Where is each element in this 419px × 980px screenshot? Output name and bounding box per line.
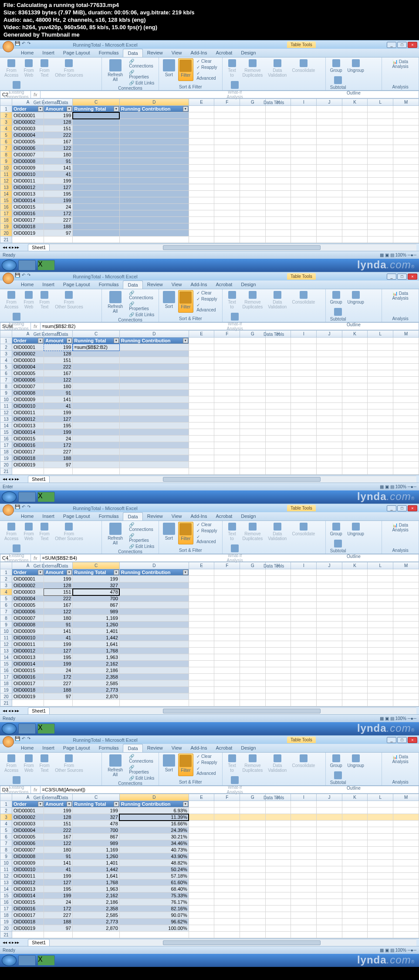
- sheet-tab[interactable]: Sheet1: [28, 244, 50, 251]
- col-header[interactable]: D: [119, 99, 189, 106]
- cell[interactable]: =sum($B$2:B2): [73, 344, 120, 351]
- tab-design[interactable]: Design: [237, 49, 260, 57]
- tab-formulas[interactable]: Formulas: [95, 512, 123, 520]
- minimize-button[interactable]: _: [387, 505, 396, 511]
- tab-page-layout[interactable]: Page Layout: [59, 744, 95, 752]
- maximize-button[interactable]: □: [397, 274, 407, 280]
- cell[interactable]: 2,870: [73, 693, 120, 700]
- cell[interactable]: [73, 409, 120, 416]
- tab-acrobat[interactable]: Acrobat: [211, 744, 237, 752]
- cell[interactable]: [119, 178, 189, 184]
- col-header[interactable]: M: [393, 794, 419, 801]
- ribbon-btn[interactable]: RemoveDuplicates: [241, 290, 265, 310]
- col-header[interactable]: M: [393, 99, 419, 106]
- cell[interactable]: 57.18%: [119, 873, 189, 879]
- tab-data[interactable]: Data: [123, 280, 142, 289]
- ribbon-btn[interactable]: Subtotal: [328, 307, 348, 322]
- cell[interactable]: 127: [44, 184, 73, 191]
- taskbar-app[interactable]: [18, 955, 36, 966]
- ribbon-btn[interactable]: Textto: [225, 290, 239, 310]
- cell[interactable]: [119, 197, 189, 204]
- cell[interactable]: 172: [44, 210, 73, 217]
- cell[interactable]: OID00017: [12, 217, 44, 223]
- ribbon-btn[interactable]: Ungroup: [346, 58, 366, 74]
- cell[interactable]: 24.39%: [119, 827, 189, 834]
- cell[interactable]: 6.93%: [119, 808, 189, 814]
- filter-button[interactable]: Filter: [178, 522, 194, 544]
- cell[interactable]: 151: [44, 125, 73, 132]
- cell[interactable]: [73, 217, 120, 223]
- tab-page-layout[interactable]: Page Layout: [59, 280, 95, 289]
- maximize-button[interactable]: □: [397, 42, 407, 48]
- maximize-button[interactable]: □: [397, 737, 407, 743]
- cell[interactable]: 188: [44, 223, 73, 230]
- cell[interactable]: [73, 145, 120, 152]
- cell[interactable]: 122: [44, 145, 73, 152]
- cell[interactable]: [119, 210, 189, 217]
- ribbon-btn[interactable]: DataValidation: [266, 58, 288, 78]
- cell[interactable]: [119, 152, 189, 158]
- tab-home[interactable]: Home: [17, 49, 38, 57]
- tab-formulas[interactable]: Formulas: [95, 744, 123, 752]
- ribbon-btn[interactable]: DataValidation: [266, 754, 288, 774]
- cell[interactable]: [73, 178, 120, 184]
- tab-data[interactable]: Data: [123, 512, 142, 520]
- cell[interactable]: 82.16%: [119, 906, 189, 912]
- col-header[interactable]: L: [368, 99, 393, 106]
- taskbar-app[interactable]: [18, 260, 36, 270]
- ribbon-btn[interactable]: DataValidation: [266, 290, 288, 310]
- taskbar-app[interactable]: [18, 723, 36, 734]
- cell[interactable]: 989: [73, 608, 120, 615]
- cell[interactable]: OID00003: [12, 125, 44, 132]
- cell[interactable]: 2,186: [73, 667, 120, 674]
- cell[interactable]: [119, 171, 189, 178]
- start-button[interactable]: [2, 955, 17, 966]
- cell[interactable]: 1,260: [73, 622, 120, 628]
- ribbon-btn[interactable]: Group: [328, 290, 344, 305]
- ribbon-btn[interactable]: Subtotal: [328, 75, 348, 91]
- tab-view[interactable]: View: [167, 512, 186, 520]
- data-analysis-button[interactable]: 📊 Data Analysis: [385, 754, 416, 765]
- cell[interactable]: [73, 422, 120, 429]
- cell[interactable]: [73, 184, 120, 191]
- tab-view[interactable]: View: [167, 744, 186, 752]
- ribbon-btn[interactable]: Consolidate: [290, 754, 317, 774]
- cell[interactable]: OID00011: [12, 178, 44, 184]
- tab-acrobat[interactable]: Acrobat: [211, 49, 237, 57]
- cell[interactable]: OID00010: [12, 171, 44, 178]
- cell[interactable]: [73, 455, 120, 462]
- minimize-button[interactable]: _: [387, 42, 396, 48]
- cell[interactable]: 68.40%: [119, 886, 189, 892]
- ribbon-btn[interactable]: FromOther Sources: [53, 754, 84, 774]
- filter-button[interactable]: Filter: [178, 290, 194, 313]
- ribbon-btn[interactable]: ExistingConnections: [3, 775, 30, 795]
- tab-insert[interactable]: Insert: [38, 280, 59, 289]
- ribbon-btn[interactable]: FromAccess: [3, 522, 20, 542]
- refresh-all-button[interactable]: Refresh All: [105, 522, 126, 549]
- tab-design[interactable]: Design: [237, 280, 260, 289]
- data-analysis-button[interactable]: 📊 Data Analysis: [385, 522, 416, 533]
- sort-button[interactable]: Sort: [162, 290, 176, 313]
- cell[interactable]: [73, 442, 120, 449]
- ribbon-btn[interactable]: Ungroup: [346, 522, 366, 537]
- ribbon-btn[interactable]: FromText: [37, 754, 51, 774]
- cell[interactable]: 50.24%: [119, 866, 189, 873]
- ribbon-btn[interactable]: What-IfAnalysis: [225, 544, 245, 564]
- ribbon-btn[interactable]: What-IfAnalysis: [225, 80, 245, 100]
- cell[interactable]: [73, 370, 120, 377]
- ribbon-btn[interactable]: Ungroup: [346, 290, 366, 305]
- cell[interactable]: 1,963: [73, 654, 120, 661]
- cell[interactable]: [73, 377, 120, 383]
- cell[interactable]: OID00009: [12, 165, 44, 171]
- ribbon-btn[interactable]: What-IfAnalysis: [225, 775, 245, 795]
- cell[interactable]: [73, 191, 120, 197]
- close-button[interactable]: ×: [408, 505, 417, 511]
- cell[interactable]: [119, 184, 189, 191]
- ribbon-btn[interactable]: FromOther Sources: [53, 522, 84, 542]
- cell[interactable]: OID00018: [12, 223, 44, 230]
- cell[interactable]: [73, 119, 120, 125]
- maximize-button[interactable]: □: [397, 505, 407, 511]
- ribbon-btn[interactable]: Group: [328, 58, 344, 74]
- cell[interactable]: OID00004: [12, 132, 44, 139]
- cell[interactable]: 16.66%: [119, 821, 189, 827]
